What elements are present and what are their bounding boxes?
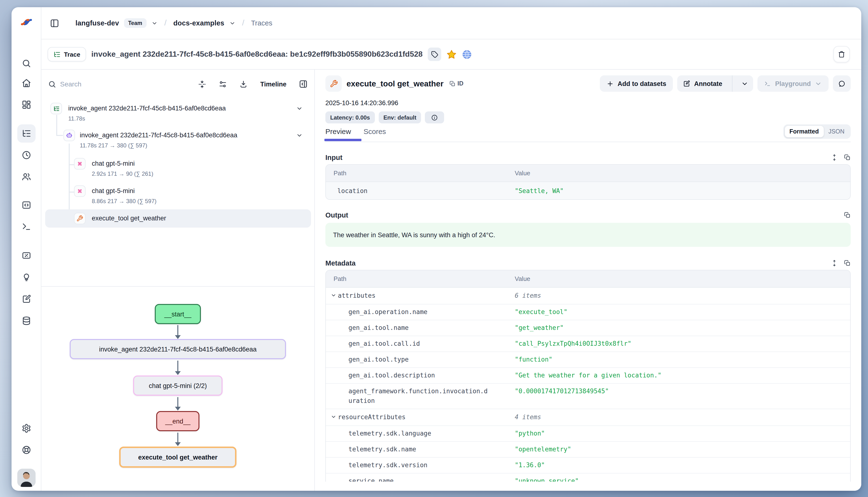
chevron-down-icon[interactable] — [229, 20, 235, 26]
metadata-path: telemetry.sdk.name — [348, 445, 416, 454]
chevron-down-icon[interactable] — [151, 20, 157, 26]
info-button[interactable] — [425, 111, 444, 124]
tab-preview[interactable]: Preview — [326, 127, 351, 140]
format-json[interactable]: JSON — [824, 126, 849, 137]
graph-node-agent[interactable]: invoke_agent 232de211-7fcf-45c8-b415-6af… — [70, 339, 286, 359]
panel-toggle-icon[interactable] — [50, 18, 59, 28]
chevron-down-icon[interactable] — [296, 132, 303, 139]
annotate-button[interactable]: Annotate — [677, 75, 728, 92]
metadata-row[interactable]: gen_ai.tool.description "Get the weather… — [326, 368, 850, 384]
globe-icon[interactable] — [462, 49, 472, 59]
tag-button[interactable] — [428, 47, 441, 61]
metadata-row[interactable]: attributes 6 items — [326, 288, 850, 304]
input-section-header: Input — [326, 154, 851, 161]
metadata-row[interactable]: telemetry.sdk.version "1.36.0" — [326, 458, 850, 473]
metadata-value: "function" — [515, 356, 552, 363]
avatar[interactable] — [17, 469, 35, 487]
button-divider — [732, 75, 732, 92]
metadata-row[interactable]: telemetry.sdk.name "opentelemetry" — [326, 442, 850, 458]
graph-node-end[interactable]: __end__ — [156, 411, 199, 431]
sidebar-item-support[interactable] — [17, 441, 35, 459]
breadcrumb-section[interactable]: Traces — [251, 19, 273, 27]
input-table: Path Value location "Seattle, WA" — [326, 164, 851, 200]
column-value: Value — [515, 275, 850, 282]
gear-icon — [22, 424, 31, 433]
copy-icon[interactable] — [844, 260, 851, 267]
metadata-row[interactable]: gen_ai.tool.call.id "call_PsylzxTpQh4i0O… — [326, 336, 850, 352]
metadata-row[interactable]: gen_ai.operation.name "execute_tool" — [326, 304, 850, 320]
sidebar-item-insights[interactable] — [17, 268, 35, 286]
metadata-path: gen_ai.tool.name — [348, 323, 409, 333]
metadata-row[interactable]: resourceAttributes 4 items — [326, 409, 850, 426]
sidebar-item-playground[interactable] — [17, 217, 35, 236]
download-icon[interactable] — [239, 80, 248, 88]
copy-icon[interactable] — [844, 212, 851, 218]
metadata-path: gen_ai.tool.description — [348, 371, 435, 380]
chevron-down-icon[interactable] — [296, 105, 303, 112]
graph-node-chat[interactable]: chat gpt-5-mini (2/2) — [133, 375, 222, 396]
sidebar-item-datasets[interactable] — [17, 312, 35, 330]
tab-scores[interactable]: Scores — [363, 127, 386, 140]
graph-edge — [177, 432, 178, 443]
column-path: Path — [326, 275, 515, 282]
trace-header-bar: Trace invoke_agent 232de211-7fcf-45c8-b4… — [41, 39, 861, 70]
metadata-value: "unknown_service" — [515, 477, 579, 482]
unfold-vertical-icon[interactable] — [831, 260, 838, 267]
add-to-datasets-button[interactable]: Add to datasets — [600, 75, 673, 92]
tree-search-input[interactable]: Search — [60, 80, 81, 88]
panel-collapse-icon[interactable] — [299, 80, 307, 88]
copy-id-button[interactable]: ID — [450, 80, 464, 87]
sidebar-item-tracing[interactable] — [17, 124, 35, 143]
display-settings-icon[interactable] — [219, 80, 227, 88]
annotate-button-group: Annotate — [677, 75, 753, 92]
sidebar-item-prompts[interactable] — [17, 196, 35, 214]
metadata-row[interactable]: agent_framework.function.invocation.dura… — [326, 384, 850, 409]
unfold-vertical-icon[interactable] — [831, 154, 838, 161]
metadata-row[interactable]: gen_ai.tool.name "get_weather" — [326, 320, 850, 336]
sidebar-item-annotation[interactable] — [17, 290, 35, 308]
generation-icon — [74, 185, 85, 197]
trash-icon — [838, 51, 845, 58]
breadcrumb-org[interactable]: langfuse-dev — [75, 19, 119, 27]
copy-icon[interactable] — [844, 154, 851, 161]
sidebar-item-home[interactable] — [17, 74, 35, 92]
metadata-row[interactable]: telemetry.sdk.language "python" — [326, 426, 850, 442]
input-table-header: Path Value — [326, 165, 850, 182]
graph-node-tool[interactable]: execute_tool get_weather — [119, 446, 236, 468]
input-heading: Input — [326, 154, 342, 161]
comments-button[interactable] — [833, 75, 851, 92]
sidebar-item-settings[interactable] — [17, 419, 35, 438]
column-value: Value — [515, 170, 850, 177]
trace-type-badge: Trace — [47, 47, 86, 61]
sidebar-item-dashboards[interactable] — [17, 96, 35, 114]
star-icon[interactable] — [447, 49, 457, 59]
metadata-table-header: Path Value — [326, 270, 850, 288]
timeline-toggle[interactable]: Timeline — [260, 81, 287, 88]
graph-node-start[interactable]: __start__ — [155, 304, 201, 324]
metadata-value: "Get the weather for a given location." — [515, 372, 662, 379]
annotate-dropdown-button[interactable] — [736, 75, 753, 92]
playground-button[interactable]: Playground — [757, 75, 829, 92]
sidebar-item-search[interactable] — [17, 54, 35, 72]
metadata-heading: Metadata — [326, 259, 356, 267]
metadata-path: resourceAttributes — [338, 412, 405, 422]
format-formatted[interactable]: Formatted — [785, 126, 824, 137]
metadata-path: gen_ai.tool.type — [348, 355, 409, 365]
home-icon — [22, 78, 31, 88]
latency-badge: Latency: 0.00s — [326, 111, 375, 124]
trace-title: invoke_agent 232de211-7fcf-45c8-b415-6af… — [91, 50, 423, 59]
chevron-down-icon[interactable] — [331, 293, 336, 298]
tree-row-label: execute_tool get_weather — [92, 215, 166, 222]
dashboard-icon — [22, 100, 31, 110]
sidebar-item-evaluation[interactable] — [17, 246, 35, 265]
fold-vertical-icon[interactable] — [198, 80, 206, 88]
sidebar-item-users[interactable] — [17, 168, 35, 186]
sidebar-item-sessions[interactable] — [17, 146, 35, 164]
tree-row-meta: 11.78s — [68, 115, 85, 122]
metadata-row[interactable]: service.name "unknown_service" — [326, 473, 850, 482]
delete-trace-button[interactable] — [833, 46, 850, 62]
chevron-down-icon[interactable] — [331, 414, 336, 420]
breadcrumb-project[interactable]: docs-examples — [173, 19, 224, 27]
metadata-row[interactable]: gen_ai.tool.type "function" — [326, 352, 850, 368]
metadata-value: 6 items — [515, 292, 541, 299]
